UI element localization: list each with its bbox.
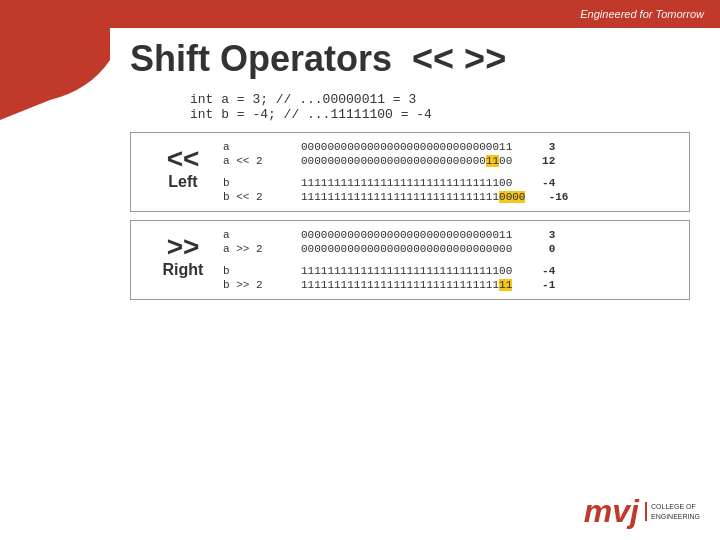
row-label-a2: a (223, 229, 293, 241)
bits-a-ls2: 00000000000000000000000000001100 (301, 155, 512, 167)
bits-a2: 00000000000000000000000000000011 (301, 229, 512, 241)
value-b-rs2: -1 (520, 279, 555, 291)
table-row: a 00000000000000000000000000000011 3 (223, 141, 677, 153)
table-row: b 11111111111111111111111111111100 -4 (223, 265, 677, 277)
value-a2: 3 (520, 229, 555, 241)
table-row: b 11111111111111111111111111111100 -4 (223, 177, 677, 189)
table-row: a 00000000000000000000000000000011 3 (223, 229, 677, 241)
main-content: Shift Operators << >> int a = 3; // ...0… (0, 28, 720, 310)
row-label-a-ls2: a << 2 (223, 155, 293, 167)
divider (223, 169, 677, 175)
row-label-b: b (223, 177, 293, 189)
bits-b: 11111111111111111111111111111100 (301, 177, 512, 189)
code-intro: int a = 3; // ...00000011 = 3 int b = -4… (190, 92, 690, 122)
logo-text: mvj (584, 493, 639, 530)
row-label-b2: b (223, 265, 293, 277)
logo-area: mvj COLLEGE OFENGINEERING (584, 493, 700, 530)
table-row: b >> 2 11111111111111111111111111111111 … (223, 279, 677, 291)
bits-a: 00000000000000000000000000000011 (301, 141, 512, 153)
bits-a-rs2: 00000000000000000000000000000000 (301, 243, 512, 255)
page-title: Shift Operators << >> (130, 38, 690, 80)
right-shift-rows: a 00000000000000000000000000000011 3 a >… (223, 229, 677, 291)
left-shift-rows: a 00000000000000000000000000000011 3 a <… (223, 141, 677, 203)
left-shift-section: << Left a 000000000000000000000000000000… (130, 132, 690, 212)
code-line-2: int b = -4; // ...11111100 = -4 (190, 107, 690, 122)
logo-subtext: COLLEGE OFENGINEERING (645, 502, 700, 520)
header-title: Engineered for Tomorrow (580, 8, 704, 20)
table-row: a << 2 00000000000000000000000000001100 … (223, 155, 677, 167)
bits-highlight: 0000 (499, 191, 525, 203)
left-shift-symbol: << (167, 145, 200, 173)
title-ops: << >> (412, 38, 506, 79)
value-a-rs2: 0 (520, 243, 555, 255)
table-row: b << 2 111111111111111111111111111111000… (223, 191, 677, 203)
row-label-a-rs2: a >> 2 (223, 243, 293, 255)
right-shift-section: >> Right a 00000000000000000000000000000… (130, 220, 690, 300)
value-a: 3 (520, 141, 555, 153)
row-label-b-ls2: b << 2 (223, 191, 293, 203)
row-label-b-rs2: b >> 2 (223, 279, 293, 291)
bits-b-rs2: 11111111111111111111111111111111 (301, 279, 512, 291)
title-main: Shift Operators (130, 38, 392, 79)
table-row: a >> 2 00000000000000000000000000000000 … (223, 243, 677, 255)
bits-highlight: 11 (499, 279, 512, 291)
value-a-ls2: 12 (520, 155, 555, 167)
divider (223, 257, 677, 263)
tables-wrapper: << Left a 000000000000000000000000000000… (130, 132, 690, 300)
right-shift-label-area: >> Right (143, 229, 223, 279)
bits-b-ls2: 1111111111111111111111111111110000 (301, 191, 525, 203)
left-shift-label-area: << Left (143, 141, 223, 191)
code-line-1: int a = 3; // ...00000011 = 3 (190, 92, 690, 107)
value-b: -4 (520, 177, 555, 189)
value-b2: -4 (520, 265, 555, 277)
value-b-ls2: -16 (533, 191, 568, 203)
left-shift-name: Left (168, 173, 197, 191)
row-label-a: a (223, 141, 293, 153)
bits-b2: 11111111111111111111111111111100 (301, 265, 512, 277)
bits-highlight: 11 (486, 155, 499, 167)
right-shift-name: Right (163, 261, 204, 279)
right-shift-symbol: >> (167, 233, 200, 261)
